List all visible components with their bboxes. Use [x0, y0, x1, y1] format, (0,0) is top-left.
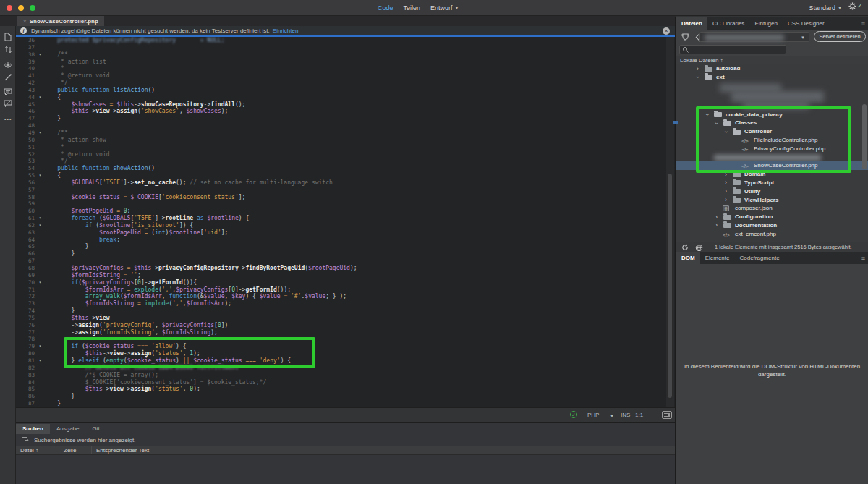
code-line-77[interactable]: 77 ->assign('formIdsString', $formIdsStr… — [16, 329, 675, 336]
code-line-73[interactable]: 73 $formIdsString = implode(',',$formIds… — [16, 300, 675, 307]
fold-arrow-icon[interactable]: ▾ — [37, 51, 43, 59]
tree-caret-icon[interactable]: › — [715, 213, 718, 221]
tree-item-configuration[interactable]: ›Configuration — [676, 213, 868, 221]
fold-arrow-icon[interactable]: ▾ — [37, 343, 43, 350]
panel-menu-icon[interactable]: ≡ — [861, 20, 865, 27]
panel-tab-css-designer[interactable]: CSS Designer — [783, 17, 830, 30]
tree-item-ext[interactable]: ›ext — [676, 73, 868, 82]
code-line-84[interactable]: 84 $_COOKIE['cookieconsent_status'] = $c… — [16, 379, 675, 386]
code-line-62[interactable]: 62▾ if ($rootline['is_siteroot']) { — [16, 222, 675, 229]
fold-arrow-icon[interactable]: ▾ — [37, 130, 43, 137]
panel-tab-cc-libraries[interactable]: CC Libraries — [707, 17, 749, 30]
results-column-1[interactable]: Datei ↑ — [16, 446, 59, 454]
fold-arrow-icon[interactable]: ▾ — [37, 222, 43, 229]
code-line-82[interactable]: 82 // delete all cookie 100% DSGVO fullf… — [16, 365, 675, 372]
remote-view-icon[interactable] — [695, 244, 703, 252]
close-window-button[interactable] — [7, 5, 12, 11]
code-line-86[interactable]: 86 } — [16, 393, 675, 400]
tree-caret-icon[interactable]: › — [712, 122, 720, 124]
tree-caret-icon[interactable]: › — [697, 65, 699, 73]
code-line-61[interactable]: 61▾ foreach ($GLOBALS['TSFE']->rootLine … — [16, 215, 675, 222]
dom-tab-dom[interactable]: DOM — [676, 252, 700, 264]
tree-item-privacyconfigcontroller-php[interactable]: <?>PrivacyConfigController.php — [676, 145, 868, 153]
code-line-75[interactable]: 75 $this->view — [16, 315, 675, 322]
code-line-63[interactable]: 63 $rootPageUid = (int)$rootline['uid']; — [16, 229, 675, 237]
fold-arrow-icon[interactable]: ▾ — [37, 94, 43, 101]
code-line-57[interactable]: 57 — [16, 187, 675, 194]
fold-arrow-icon[interactable]: ▾ — [37, 172, 43, 179]
code-line-38[interactable]: 38▾ /** — [16, 51, 675, 59]
code-line-81[interactable]: 81▾ } elseif (empty($cookie_status) || $… — [16, 357, 675, 365]
tree-item-redacted[interactable] — [676, 153, 868, 162]
close-notification-icon[interactable]: × — [663, 27, 670, 35]
code-line-45[interactable]: 45 $showCases = $this->showCaseRepositor… — [16, 101, 675, 109]
panel-tab-dateien[interactable]: Dateien — [676, 17, 707, 30]
define-server-button[interactable]: Server definieren — [814, 31, 866, 42]
code-line-43[interactable]: 43 public function listAction() — [16, 87, 675, 94]
apply-comment-icon[interactable] — [3, 87, 13, 97]
format-source-icon[interactable] — [3, 72, 13, 82]
code-line-76[interactable]: 76 ->assign('privacyConfig', $privacyCon… — [16, 322, 675, 329]
code-line-72[interactable]: 72 array_walk($formIdsArr, function(&$va… — [16, 293, 675, 300]
view-split-button[interactable]: Teilen — [404, 4, 421, 12]
document-tab[interactable]: × ShowCaseController.php — [17, 16, 104, 26]
results-column-3[interactable]: Entsprechender Text — [91, 446, 675, 454]
code-line-41[interactable]: 41 * @return void — [16, 72, 675, 80]
more-options-icon[interactable] — [3, 116, 13, 126]
editor-scrollbar[interactable] — [666, 37, 674, 407]
workspace-switcher[interactable]: Standard▼ — [809, 0, 842, 16]
code-line-78[interactable]: 78 — [16, 336, 675, 343]
files-search-input[interactable] — [679, 45, 786, 54]
code-line-67[interactable]: 67 — [16, 258, 675, 265]
code-line-42[interactable]: 42 */ — [16, 80, 675, 87]
code-line-85[interactable]: 85 $this->view->assign('status', 0); — [16, 386, 675, 393]
maximize-window-button[interactable] — [30, 5, 35, 11]
code-line-36[interactable]: 36 protected $privacyConfigRepository = … — [16, 37, 675, 44]
tree-caret-icon[interactable]: › — [694, 76, 702, 78]
tree-item-fileincludecontroller-php[interactable]: <?>FileIncludeController.php — [676, 136, 868, 145]
site-selector-dropdown[interactable]: ▼ — [699, 32, 809, 42]
sync-settings-button[interactable]: ✓ — [848, 2, 862, 10]
code-line-40[interactable]: 40 * — [16, 65, 675, 72]
scrollbar-thumb[interactable] — [667, 173, 673, 399]
code-line-58[interactable]: 58 $cookie_status = $_COOKIE['cookiecons… — [16, 194, 675, 201]
fold-arrow-icon[interactable]: ▾ — [37, 215, 43, 222]
code-line-68[interactable]: 68 $privacyConfigs = $this->privacyConfi… — [16, 265, 675, 272]
code-line-47[interactable]: 47 } — [16, 115, 675, 122]
code-line-74[interactable]: 74 } — [16, 307, 675, 315]
tree-caret-icon[interactable]: › — [725, 196, 727, 204]
tree-item-domain[interactable]: ›Domain — [676, 170, 868, 179]
code-line-65[interactable]: 65 } — [16, 243, 675, 250]
code-line-53[interactable]: 53 */ — [16, 158, 675, 165]
code-editor[interactable]: 36 protected $privacyConfigRepository = … — [16, 37, 675, 407]
code-line-52[interactable]: 52 * @return void — [16, 151, 675, 158]
code-line-87[interactable]: 87 } — [16, 400, 675, 407]
results-column-2[interactable]: Zeile — [59, 446, 91, 454]
code-line-69[interactable]: 69 $formIdsString = ''; — [16, 272, 675, 279]
tree-item-documentation[interactable]: ›Documentation — [676, 221, 868, 230]
open-documents-icon[interactable] — [3, 32, 13, 42]
tree-caret-icon[interactable]: › — [725, 179, 727, 187]
fold-arrow-icon[interactable]: ▾ — [37, 279, 43, 286]
results-tab-ausgabe[interactable]: Ausgabe — [50, 424, 86, 434]
tree-item-typoscript[interactable]: ›TypoScript — [676, 179, 868, 187]
view-design-button[interactable]: Entwurf▼ — [430, 4, 459, 12]
tree-item-autoload[interactable]: ›autoload — [676, 64, 868, 73]
notification-setup-link[interactable]: Einrichten — [273, 27, 299, 34]
code-line-54[interactable]: 54 public function showAction() — [16, 165, 675, 172]
panel-menu-icon[interactable]: ≡ — [861, 255, 865, 262]
chevron-down-icon[interactable]: ▼ — [610, 414, 614, 418]
code-line-66[interactable]: 66 } — [16, 250, 675, 258]
code-line-80[interactable]: 80 $this->view->assign('status', 1); — [16, 350, 675, 357]
code-line-49[interactable]: 49▾ /** — [16, 130, 675, 137]
code-line-83[interactable]: 83 /*$_COOKIE = array(); — [16, 372, 675, 379]
tree-item-ext-emconf-php[interactable]: <?>ext_emconf.php — [676, 230, 868, 239]
results-tab-git[interactable]: Git — [86, 424, 106, 434]
sort-source-icon[interactable] — [3, 44, 13, 54]
tree-caret-icon[interactable]: › — [703, 114, 711, 116]
language-mode[interactable]: PHP — [587, 412, 599, 418]
lint-icon[interactable] — [3, 60, 13, 70]
code-line-37[interactable]: 37 — [16, 44, 675, 51]
files-scrollbar[interactable] — [862, 104, 867, 169]
view-code-button[interactable]: Code — [378, 4, 393, 12]
